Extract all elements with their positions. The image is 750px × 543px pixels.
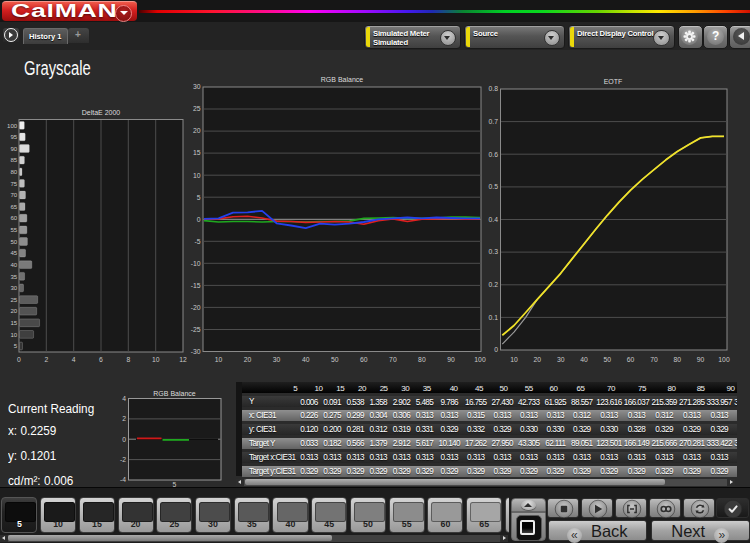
- svg-text:90: 90: [10, 145, 17, 152]
- svg-text:0: 0: [17, 356, 21, 363]
- svg-text:0.7: 0.7: [489, 118, 499, 125]
- svg-text:10: 10: [510, 356, 518, 363]
- svg-text:80: 80: [418, 356, 426, 363]
- svg-text:35: 35: [10, 273, 17, 280]
- svg-text:50: 50: [604, 356, 612, 363]
- svg-text:40: 40: [302, 356, 310, 363]
- svg-text:0.1: 0.1: [489, 314, 499, 321]
- svg-text:70: 70: [389, 356, 397, 363]
- svg-text:45: 45: [10, 249, 17, 256]
- svg-text:-15: -15: [191, 282, 201, 289]
- svg-text:25: 25: [10, 296, 17, 303]
- svg-text:80: 80: [10, 168, 17, 175]
- svg-text:4: 4: [72, 356, 76, 363]
- svg-text:-4: -4: [120, 476, 126, 483]
- svg-text:95: 95: [10, 133, 17, 140]
- svg-text:8: 8: [126, 356, 130, 363]
- svg-text:80: 80: [674, 356, 682, 363]
- svg-text:100: 100: [7, 122, 18, 129]
- svg-text:85: 85: [10, 156, 17, 163]
- svg-text:30: 30: [10, 284, 17, 291]
- svg-text:6: 6: [99, 356, 103, 363]
- svg-text:90: 90: [697, 356, 705, 363]
- svg-text:60: 60: [627, 356, 635, 363]
- svg-text:0: 0: [494, 346, 498, 353]
- svg-text:0: 0: [197, 216, 201, 223]
- svg-text:0.2: 0.2: [489, 281, 499, 288]
- svg-text:5: 5: [197, 194, 201, 201]
- svg-text:10: 10: [152, 356, 160, 363]
- svg-text:0.6: 0.6: [489, 151, 499, 158]
- svg-text:0.3: 0.3: [489, 248, 499, 255]
- svg-text:0.8: 0.8: [489, 85, 499, 92]
- svg-text:-5: -5: [194, 238, 200, 245]
- svg-text:EOTF: EOTF: [604, 78, 623, 85]
- svg-text:10: 10: [215, 356, 223, 363]
- svg-text:RGB Balance: RGB Balance: [321, 76, 364, 83]
- svg-text:0.4: 0.4: [489, 216, 499, 223]
- svg-text:20: 20: [244, 356, 252, 363]
- svg-text:65: 65: [10, 203, 17, 210]
- svg-text:20: 20: [534, 356, 542, 363]
- svg-text:12: 12: [179, 356, 187, 363]
- svg-text:50: 50: [10, 238, 17, 245]
- svg-text:70: 70: [10, 191, 17, 198]
- svg-text:50: 50: [331, 356, 339, 363]
- svg-text:4: 4: [122, 395, 126, 402]
- svg-text:-25: -25: [191, 326, 201, 333]
- svg-text:75: 75: [10, 180, 17, 187]
- svg-text:2: 2: [44, 356, 48, 363]
- svg-text:10: 10: [10, 331, 17, 338]
- svg-text:-30: -30: [191, 348, 201, 355]
- svg-text:90: 90: [447, 356, 455, 363]
- svg-text:30: 30: [273, 356, 281, 363]
- svg-text:-2: -2: [120, 456, 126, 463]
- svg-text:100: 100: [474, 356, 486, 363]
- svg-text:70: 70: [650, 356, 658, 363]
- svg-text:DeltaE 2000: DeltaE 2000: [82, 109, 121, 116]
- svg-text:-20: -20: [191, 304, 201, 311]
- svg-text:2: 2: [122, 415, 126, 422]
- svg-text:60: 60: [10, 214, 17, 221]
- svg-text:40: 40: [580, 356, 588, 363]
- svg-text:100: 100: [718, 356, 730, 363]
- svg-text:15: 15: [193, 149, 201, 156]
- svg-text:0.5: 0.5: [489, 183, 499, 190]
- svg-text:15: 15: [10, 319, 17, 326]
- svg-text:RGB Balance: RGB Balance: [153, 390, 196, 397]
- svg-text:40: 40: [10, 261, 17, 268]
- svg-text:60: 60: [360, 356, 368, 363]
- svg-text:10: 10: [193, 172, 201, 179]
- svg-text:20: 20: [10, 307, 17, 314]
- svg-text:30: 30: [193, 83, 201, 90]
- svg-text:25: 25: [193, 105, 201, 112]
- svg-text:30: 30: [557, 356, 565, 363]
- svg-text:0: 0: [122, 436, 126, 443]
- svg-text:20: 20: [193, 127, 201, 134]
- svg-text:55: 55: [10, 226, 17, 233]
- svg-text:-10: -10: [191, 260, 201, 267]
- svg-text:5: 5: [14, 342, 18, 349]
